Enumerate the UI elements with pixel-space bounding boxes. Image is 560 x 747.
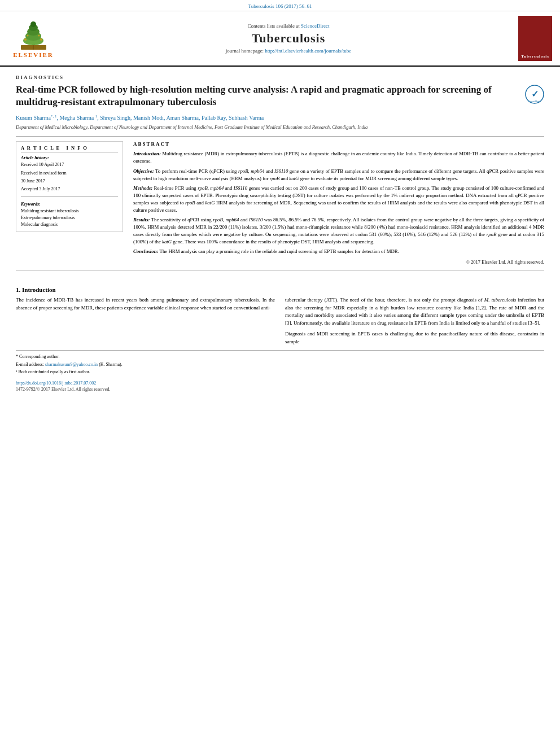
article-history-title: A R T I C L E I N F O xyxy=(21,145,118,153)
revised-label: Received in revised form xyxy=(21,170,118,176)
revised-date: 30 June 2017 xyxy=(21,178,118,184)
doi-link[interactable]: http://dx.doi.org/10.1016/j.tube.2017.07… xyxy=(16,381,96,386)
left-column: A R T I C L E I N F O Article history: R… xyxy=(16,141,123,265)
journal-center-info: Contents lists available at ScienceDirec… xyxy=(59,23,518,54)
intro-right-text-1: tubercular therapy (ATT). The need of th… xyxy=(285,296,544,327)
main-content: 1. Introduction The incidence of MDR-TB … xyxy=(0,281,560,397)
authors-text: Kusum Sharma*, 1, Megha Sharma 1, Shreya… xyxy=(16,115,264,121)
corresponding-label: * Corresponding author. xyxy=(16,354,60,359)
journal-homepage: journal homepage: http://intl.elsevierhe… xyxy=(59,48,518,54)
intro-columns: The incidence of MDR-TB has increased in… xyxy=(16,296,544,346)
footer-doi: http://dx.doi.org/10.1016/j.tube.2017.07… xyxy=(16,381,544,386)
intro-right-text-2: Diagnosis and MDR screening in EPTB case… xyxy=(285,330,544,346)
abstract-conclusion: Conclusion: The HRM analysis can play a … xyxy=(133,248,544,255)
objective-label: Objective: xyxy=(133,168,154,174)
history-label: Article history: xyxy=(21,155,118,160)
objective-text: To perform real-time PCR (qPCR) using rp… xyxy=(133,168,544,181)
elsevier-brand-text: ELSEVIER xyxy=(13,51,54,58)
abstract-methods: Methods: Real-time PCR using rpoB, mpb64… xyxy=(133,185,544,213)
page: Tuberculosis 106 (2017) 56–61 xyxy=(0,0,560,747)
divider-keywords xyxy=(21,196,118,197)
methods-text: Real-time PCR using rpoB, mpb64 and IS61… xyxy=(133,185,544,212)
right-column: ABSTRACT Introduction: Multidrug resista… xyxy=(133,141,544,265)
authors: Kusum Sharma*, 1, Megha Sharma 1, Shreya… xyxy=(16,113,544,121)
article-title: Real-time PCR followed by high-resolutio… xyxy=(16,84,519,108)
svg-point-6 xyxy=(24,38,27,41)
elsevier-logo: ELSEVIER xyxy=(8,19,59,58)
journal-title: Tuberculosis xyxy=(59,31,518,46)
cover-title: Tuberculosis xyxy=(521,54,549,59)
email-label: E-mail address: xyxy=(16,362,44,367)
footer-issn: 1472-9792/© 2017 Elsevier Ltd. All right… xyxy=(16,387,544,392)
citation-bar: Tuberculosis 106 (2017) 56–61 xyxy=(0,0,560,11)
footnote-email: E-mail address: sharmakusum9@yahoo.co.in… xyxy=(16,361,544,368)
journal-cover-image: Tuberculosis xyxy=(518,16,552,61)
methods-label: Methods: xyxy=(133,185,152,191)
sciencedirect-link[interactable]: ScienceDirect xyxy=(301,23,329,29)
keyword-1: Multidrug-resistant tuberculosis xyxy=(21,208,118,215)
divider-1 xyxy=(16,136,544,137)
copyright: © 2017 Elsevier Ltd. All rights reserved… xyxy=(133,259,544,265)
article-info-abstract: A R T I C L E I N F O Article history: R… xyxy=(16,141,544,265)
affiliation: Department of Medical Microbiology, Depa… xyxy=(16,124,544,131)
results-text: The sensitivity of qPCR using rpoB, mpb6… xyxy=(133,217,544,244)
intro-right-column: tubercular therapy (ATT). The need of th… xyxy=(285,296,544,346)
section-number: 1. xyxy=(16,286,20,293)
footnote-corresponding: * Corresponding author. xyxy=(16,353,544,360)
intro-label: Introduction: xyxy=(133,151,161,156)
introduction-title: 1. Introduction xyxy=(16,286,544,293)
abstract-objective: Objective: To perform real-time PCR (qPC… xyxy=(133,168,544,182)
svg-point-5 xyxy=(30,21,36,27)
article-info-box: A R T I C L E I N F O Article history: R… xyxy=(16,141,123,232)
svg-point-9 xyxy=(38,35,40,37)
results-label: Results: xyxy=(133,217,150,222)
abstract-results: Results: The sensitivity of qPCR using r… xyxy=(133,216,544,245)
intro-text: Multidrug resistance (MDR) in extrapulmo… xyxy=(133,151,544,164)
abstract-title: ABSTRACT xyxy=(133,141,544,147)
keywords-label: Keywords: xyxy=(21,202,118,207)
crossmark-icon: ✓ CrossMark xyxy=(525,85,544,104)
contents-available-text: Contents lists available at ScienceDirec… xyxy=(59,23,518,29)
section-heading: Introduction xyxy=(22,286,56,293)
footnote-equal-contrib: ¹ Both contributed equally as first auth… xyxy=(16,369,544,375)
email-name: (K. Sharma). xyxy=(99,362,123,367)
section-label: DIAGNOSTICS xyxy=(16,75,544,80)
article-title-block: Real-time PCR followed by high-resolutio… xyxy=(16,84,544,108)
svg-text:✓: ✓ xyxy=(531,89,539,99)
keyword-3: Molecular diagnosis xyxy=(21,221,118,228)
accepted-label: Accepted 3 July 2017 xyxy=(21,186,118,192)
intro-left-text: The incidence of MDR-TB has increased in… xyxy=(16,296,275,312)
conclusion-text: The HRM analysis can play a promising ro… xyxy=(160,248,399,254)
svg-point-7 xyxy=(40,38,42,41)
citation-text: Tuberculosis 106 (2017) 56–61 xyxy=(248,3,312,9)
svg-text:CrossMark: CrossMark xyxy=(528,100,541,103)
keywords-section: Keywords: Multidrug-resistant tuberculos… xyxy=(21,202,118,228)
journal-url[interactable]: http://intl.elsevierhealth.com/journals/… xyxy=(265,48,351,54)
these-word: these xyxy=(95,305,106,311)
journal-header: ELSEVIER Contents lists available at Sci… xyxy=(0,11,560,67)
received-date: Received 10 April 2017 xyxy=(21,161,118,168)
footnotes: * Corresponding author. E-mail address: … xyxy=(16,350,544,375)
abstract-text: Introduction: Multidrug resistance (MDR)… xyxy=(133,150,544,265)
email-link[interactable]: sharmakusum9@yahoo.co.in xyxy=(45,362,98,367)
svg-point-8 xyxy=(27,35,28,37)
keyword-2: Extra-pulmonary tuberculosis xyxy=(21,215,118,221)
elsevier-tree-icon xyxy=(15,21,52,50)
abstract-intro: Introduction: Multidrug resistance (MDR)… xyxy=(133,150,544,165)
article-body: DIAGNOSTICS Real-time PCR followed by hi… xyxy=(0,67,560,281)
divider-2 xyxy=(16,270,544,270)
intro-left-column: The incidence of MDR-TB has increased in… xyxy=(16,296,275,346)
conclusion-label: Conclusion: xyxy=(133,248,159,254)
